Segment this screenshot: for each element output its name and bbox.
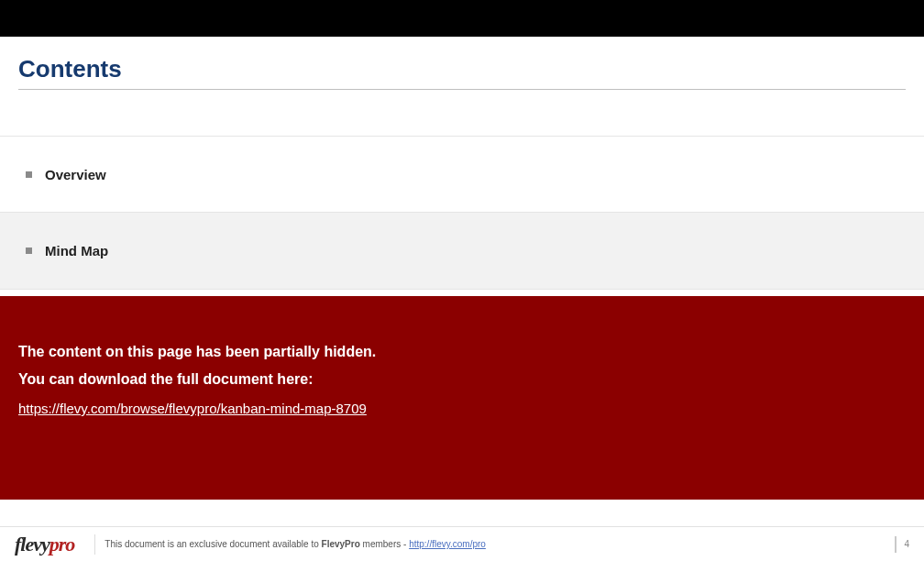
top-black-bar [0, 0, 924, 37]
download-link[interactable]: https://flevy.com/browse/flevypro/kanban… [18, 401, 367, 416]
footer-text-prefix: This document is an exclusive document a… [104, 539, 321, 549]
footer-text: This document is an exclusive document a… [104, 539, 486, 549]
bullet-icon [26, 171, 32, 178]
title-area: Contents [0, 37, 924, 99]
page-number: 4 [904, 539, 909, 549]
footer-text-bold: FlevyPro [322, 539, 360, 549]
section-overview-label: Overview [45, 167, 106, 182]
section-overview: Overview [0, 136, 924, 213]
overlay-line1: The content on this page has been partia… [18, 344, 906, 360]
footer-separator [94, 534, 95, 555]
section-mindmap: Mind Map [0, 213, 924, 290]
overlay-line2: You can download the full document here: [18, 371, 906, 388]
brand-flevy: flevy [15, 533, 50, 556]
footer-link[interactable]: http://flevy.com/pro [409, 539, 486, 549]
brand-pro: pro [50, 533, 75, 556]
page-title: Contents [18, 55, 906, 83]
footer-text-mid: members - [360, 539, 409, 549]
hidden-content-overlay: The content on this page has been partia… [0, 296, 924, 500]
brand-logo: flevypro [15, 533, 74, 556]
page-number-area: 4 [895, 536, 909, 553]
page-number-separator [895, 536, 896, 553]
footer: flevypro This document is an exclusive d… [0, 526, 924, 561]
contents-sections: Overview Mind Map [0, 136, 924, 290]
bullet-icon [26, 248, 32, 254]
title-underline [18, 89, 906, 90]
section-mindmap-label: Mind Map [45, 243, 108, 258]
